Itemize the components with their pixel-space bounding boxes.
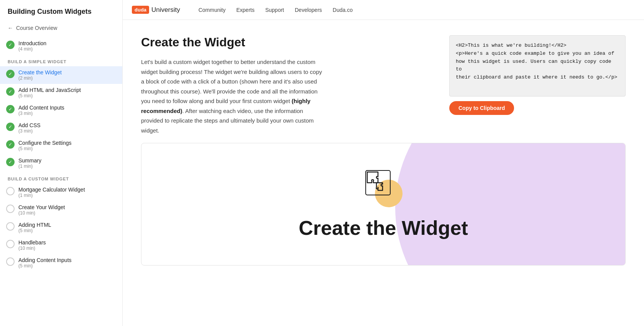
check-icon-adding-html bbox=[6, 222, 15, 231]
sidebar: Building Custom Widgets ← Course Overvie… bbox=[0, 0, 123, 326]
preview-title: Create the Widget bbox=[299, 216, 468, 239]
check-icon-configure: ✓ bbox=[6, 140, 15, 149]
code-box: <H2>This is what we're building!</H2> <p… bbox=[449, 35, 626, 97]
university-text: University bbox=[151, 6, 180, 14]
sidebar-item-add-content[interactable]: ✓ Add Content Inputs (3 min) bbox=[0, 102, 122, 119]
check-icon-summary: ✓ bbox=[6, 158, 15, 166]
item-title-create-widget: Create the Widget bbox=[18, 69, 62, 75]
item-title-summary: Summary bbox=[18, 157, 41, 164]
item-title-adding-content: Adding Content Inputs bbox=[18, 257, 72, 263]
nav-duda[interactable]: Duda.co bbox=[333, 7, 353, 13]
back-arrow-icon: ← bbox=[8, 25, 13, 31]
section-label-simple: BUILD A SIMPLE WIDGET bbox=[0, 55, 122, 66]
code-panel: <H2>This is what we're building!</H2> <p… bbox=[449, 35, 626, 135]
section-label-custom: BUILD A CUSTOM WIDGET bbox=[0, 172, 122, 183]
item-title-add-content: Add Content Inputs bbox=[18, 105, 64, 111]
item-duration-add-html: (5 min) bbox=[18, 93, 81, 98]
item-duration-add-css: (3 min) bbox=[18, 128, 41, 134]
item-duration-summary: (1 min) bbox=[18, 164, 41, 169]
course-overview-link[interactable]: ← Course Overview bbox=[0, 22, 122, 34]
item-duration-configure: (5 min) bbox=[18, 146, 72, 151]
preview-content: Create the Widget bbox=[283, 146, 483, 262]
item-duration-create-your: (10 min) bbox=[18, 210, 65, 216]
item-duration-create-widget: (2 min) bbox=[18, 75, 62, 81]
sidebar-title: Building Custom Widgets bbox=[0, 8, 122, 22]
item-duration-introduction: (4 min) bbox=[18, 46, 46, 52]
check-icon-mortgage bbox=[6, 187, 15, 195]
sidebar-item-adding-content[interactable]: Adding Content Inputs (5 min) bbox=[0, 254, 122, 272]
check-icon-adding-content bbox=[6, 257, 15, 266]
nav-support[interactable]: Support bbox=[265, 7, 284, 13]
nav-developers[interactable]: Developers bbox=[295, 7, 322, 13]
text-section: Create the Widget Let's build a custom w… bbox=[141, 35, 437, 135]
item-title-add-css: Add CSS bbox=[18, 122, 41, 128]
page-title: Create the Widget bbox=[141, 35, 437, 49]
sidebar-item-add-css[interactable]: ✓ Add CSS (3 min) bbox=[0, 119, 122, 137]
sidebar-item-handlebars[interactable]: Handlebars (10 min) bbox=[0, 236, 122, 254]
item-duration-adding-html: (5 min) bbox=[18, 228, 51, 233]
content-body: Let's build a custom widget together to … bbox=[141, 57, 325, 135]
sidebar-item-configure[interactable]: ✓ Configure the Settings (5 min) bbox=[0, 137, 122, 154]
sidebar-item-mortgage[interactable]: Mortgage Calculator Widget (1 min) bbox=[0, 183, 122, 201]
sidebar-item-create-widget[interactable]: ✓ Create the Widget (2 min) bbox=[0, 66, 122, 84]
item-duration-handlebars: (10 min) bbox=[18, 246, 46, 251]
puzzle-icon-wrapper bbox=[364, 169, 402, 207]
top-navigation: duda University Community Experts Suppor… bbox=[123, 0, 644, 20]
top-section: Create the Widget Let's build a custom w… bbox=[123, 20, 644, 143]
sidebar-item-summary[interactable]: ✓ Summary (1 min) bbox=[0, 154, 122, 172]
preview-section: Create the Widget bbox=[141, 143, 626, 265]
sidebar-item-create-your[interactable]: Create Your Widget (10 min) bbox=[0, 201, 122, 219]
item-duration-add-content: (3 min) bbox=[18, 111, 64, 116]
check-icon-handlebars bbox=[6, 240, 15, 248]
nav-links: Community Experts Support Developers Dud… bbox=[199, 7, 353, 13]
item-title-configure: Configure the Settings bbox=[18, 140, 72, 146]
duda-logo-badge: duda bbox=[132, 6, 149, 14]
copy-clipboard-button[interactable]: Copy to Clipboard bbox=[449, 101, 514, 115]
puzzle-icon bbox=[364, 169, 392, 197]
item-title-introduction: Introduction bbox=[18, 40, 46, 46]
check-icon-create-widget: ✓ bbox=[6, 70, 15, 78]
nav-experts[interactable]: Experts bbox=[236, 7, 254, 13]
item-title-add-html: Add HTML and JavaScript bbox=[18, 87, 81, 93]
item-title-handlebars: Handlebars bbox=[18, 239, 46, 246]
item-title-mortgage: Mortgage Calculator Widget bbox=[18, 187, 85, 193]
nav-community[interactable]: Community bbox=[199, 7, 226, 13]
check-icon-add-content: ✓ bbox=[6, 105, 15, 113]
item-duration-mortgage: (1 min) bbox=[18, 193, 85, 198]
item-title-adding-html: Adding HTML bbox=[18, 222, 51, 228]
check-icon-add-html: ✓ bbox=[6, 87, 15, 96]
logo-area: duda University bbox=[132, 6, 180, 14]
check-icon-introduction: ✓ bbox=[6, 41, 15, 49]
sidebar-item-adding-html[interactable]: Adding HTML (5 min) bbox=[0, 219, 122, 236]
check-icon-create-your bbox=[6, 205, 15, 213]
main-content: duda University Community Experts Suppor… bbox=[123, 0, 644, 326]
item-duration-adding-content: (5 min) bbox=[18, 263, 72, 269]
check-icon-add-css: ✓ bbox=[6, 123, 15, 131]
sidebar-item-add-html[interactable]: ✓ Add HTML and JavaScript (5 min) bbox=[0, 84, 122, 102]
item-title-create-your: Create Your Widget bbox=[18, 204, 65, 210]
sidebar-item-introduction[interactable]: ✓ Introduction (4 min) bbox=[0, 37, 122, 55]
